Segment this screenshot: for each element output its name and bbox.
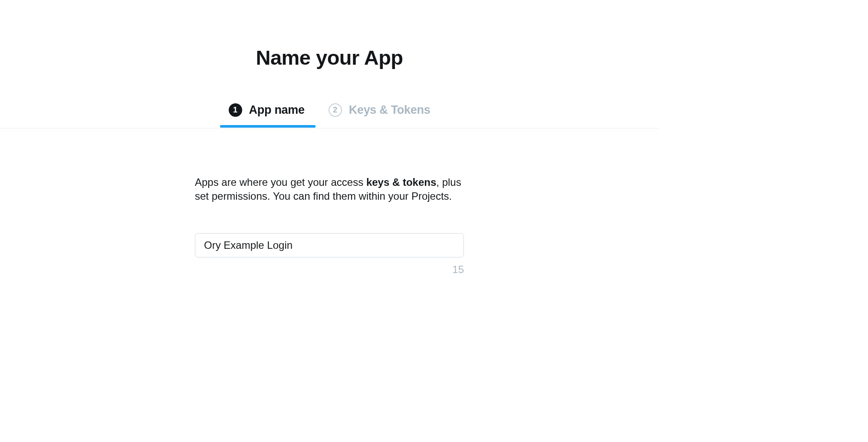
step-app-name[interactable]: 1 App name (229, 103, 305, 128)
app-name-input[interactable] (195, 233, 464, 257)
step-keys-tokens[interactable]: 2 Keys & Tokens (329, 103, 431, 128)
page-title: Name your App (0, 46, 659, 69)
input-wrapper: 15 (195, 233, 464, 276)
step-underline (220, 125, 316, 128)
description-bold: keys & tokens (366, 176, 436, 188)
description-text: Apps are where you get your access keys … (195, 175, 464, 204)
header-section: Name your App 1 App name 2 Keys & Tokens (0, 0, 659, 128)
description-before: Apps are where you get your access (195, 176, 366, 188)
char-count: 15 (195, 264, 464, 276)
step-badge-2: 2 (329, 103, 342, 117)
main-wrapper: Name your App 1 App name 2 Keys & Tokens… (0, 0, 659, 442)
content-section: Apps are where you get your access keys … (195, 129, 464, 276)
steps-container: 1 App name 2 Keys & Tokens (0, 69, 659, 128)
step-label-keys-tokens: Keys & Tokens (349, 103, 431, 117)
step-badge-1: 1 (229, 103, 242, 117)
step-label-app-name: App name (249, 103, 305, 117)
